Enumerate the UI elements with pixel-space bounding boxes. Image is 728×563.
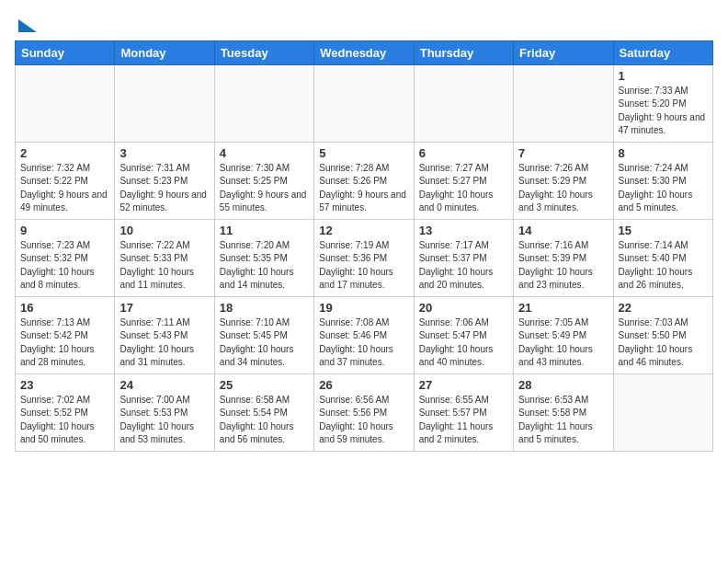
calendar-header-row: SundayMondayTuesdayWednesdayThursdayFrid… xyxy=(16,40,713,64)
week-row-2: 9Sunrise: 7:23 AMSunset: 5:32 PMDaylight… xyxy=(16,219,713,296)
day-number: 10 xyxy=(119,224,209,237)
day-info: Sunrise: 6:56 AMSunset: 5:56 PMDaylight:… xyxy=(319,394,408,447)
day-cell-26: 26Sunrise: 6:56 AMSunset: 5:56 PMDayligh… xyxy=(314,373,414,451)
week-row-3: 16Sunrise: 7:13 AMSunset: 5:42 PMDayligh… xyxy=(16,296,713,373)
day-cell-12: 12Sunrise: 7:19 AMSunset: 5:36 PMDayligh… xyxy=(314,219,414,296)
day-info: Sunrise: 7:26 AMSunset: 5:29 PMDaylight:… xyxy=(518,162,608,215)
day-cell-22: 22Sunrise: 7:03 AMSunset: 5:50 PMDayligh… xyxy=(613,296,712,373)
day-info: Sunrise: 6:58 AMSunset: 5:54 PMDaylight:… xyxy=(220,394,309,447)
empty-cell xyxy=(314,64,414,142)
day-cell-18: 18Sunrise: 7:10 AMSunset: 5:45 PMDayligh… xyxy=(214,296,313,373)
week-row-4: 23Sunrise: 7:02 AMSunset: 5:52 PMDayligh… xyxy=(16,373,713,451)
day-number: 21 xyxy=(518,301,608,315)
day-header-friday: Friday xyxy=(514,40,613,64)
day-header-tuesday: Tuesday xyxy=(214,40,313,64)
day-number: 13 xyxy=(419,224,508,237)
day-cell-19: 19Sunrise: 7:08 AMSunset: 5:46 PMDayligh… xyxy=(314,296,414,373)
day-info: Sunrise: 7:08 AMSunset: 5:46 PMDaylight:… xyxy=(319,316,408,370)
day-cell-27: 27Sunrise: 6:55 AMSunset: 5:57 PMDayligh… xyxy=(414,373,513,451)
day-info: Sunrise: 7:20 AMSunset: 5:35 PMDaylight:… xyxy=(220,239,309,293)
day-cell-28: 28Sunrise: 6:53 AMSunset: 5:58 PMDayligh… xyxy=(514,373,613,451)
week-row-1: 2Sunrise: 7:32 AMSunset: 5:22 PMDaylight… xyxy=(16,142,713,219)
day-number: 1 xyxy=(619,69,708,83)
day-header-wednesday: Wednesday xyxy=(314,40,414,64)
day-number: 15 xyxy=(619,224,708,237)
day-number: 3 xyxy=(119,146,209,160)
empty-cell xyxy=(514,64,613,142)
day-info: Sunrise: 7:00 AMSunset: 5:53 PMDaylight:… xyxy=(119,394,209,447)
day-cell-15: 15Sunrise: 7:14 AMSunset: 5:40 PMDayligh… xyxy=(613,219,712,296)
day-number: 11 xyxy=(220,224,309,237)
day-info: Sunrise: 7:17 AMSunset: 5:37 PMDaylight:… xyxy=(419,239,508,293)
day-number: 25 xyxy=(220,378,309,392)
day-info: Sunrise: 7:05 AMSunset: 5:49 PMDaylight:… xyxy=(518,316,608,370)
day-number: 2 xyxy=(20,146,109,160)
calendar-table: SundayMondayTuesdayWednesdayThursdayFrid… xyxy=(15,40,713,452)
day-info: Sunrise: 7:10 AMSunset: 5:45 PMDaylight:… xyxy=(220,316,309,370)
day-cell-25: 25Sunrise: 6:58 AMSunset: 5:54 PMDayligh… xyxy=(214,373,313,451)
day-number: 17 xyxy=(119,301,209,315)
day-cell-3: 3Sunrise: 7:31 AMSunset: 5:23 PMDaylight… xyxy=(115,142,214,219)
day-info: Sunrise: 7:06 AMSunset: 5:47 PMDaylight:… xyxy=(419,316,508,370)
day-cell-2: 2Sunrise: 7:32 AMSunset: 5:22 PMDaylight… xyxy=(16,142,115,219)
day-number: 19 xyxy=(319,301,408,315)
day-header-monday: Monday xyxy=(115,40,214,64)
day-info: Sunrise: 6:55 AMSunset: 5:57 PMDaylight:… xyxy=(419,394,508,447)
day-info: Sunrise: 7:31 AMSunset: 5:23 PMDaylight:… xyxy=(119,162,209,215)
logo xyxy=(15,15,37,33)
day-cell-20: 20Sunrise: 7:06 AMSunset: 5:47 PMDayligh… xyxy=(414,296,513,373)
day-cell-16: 16Sunrise: 7:13 AMSunset: 5:42 PMDayligh… xyxy=(16,296,115,373)
day-number: 5 xyxy=(319,146,408,160)
day-cell-7: 7Sunrise: 7:26 AMSunset: 5:29 PMDaylight… xyxy=(514,142,613,219)
day-info: Sunrise: 7:33 AMSunset: 5:20 PMDaylight:… xyxy=(619,85,708,138)
day-number: 14 xyxy=(518,224,608,237)
day-cell-10: 10Sunrise: 7:22 AMSunset: 5:33 PMDayligh… xyxy=(115,219,214,296)
day-number: 23 xyxy=(20,378,109,392)
day-number: 20 xyxy=(419,301,508,315)
day-number: 12 xyxy=(319,224,408,237)
day-cell-6: 6Sunrise: 7:27 AMSunset: 5:27 PMDaylight… xyxy=(414,142,513,219)
day-info: Sunrise: 7:11 AMSunset: 5:43 PMDaylight:… xyxy=(119,316,209,370)
day-cell-8: 8Sunrise: 7:24 AMSunset: 5:30 PMDaylight… xyxy=(613,142,712,219)
day-cell-5: 5Sunrise: 7:28 AMSunset: 5:26 PMDaylight… xyxy=(314,142,414,219)
day-info: Sunrise: 7:02 AMSunset: 5:52 PMDaylight:… xyxy=(20,394,109,447)
day-cell-14: 14Sunrise: 7:16 AMSunset: 5:39 PMDayligh… xyxy=(514,219,613,296)
day-cell-24: 24Sunrise: 7:00 AMSunset: 5:53 PMDayligh… xyxy=(115,373,214,451)
day-header-saturday: Saturday xyxy=(613,40,712,64)
page-header xyxy=(15,15,713,33)
day-info: Sunrise: 7:32 AMSunset: 5:22 PMDaylight:… xyxy=(20,162,109,215)
day-number: 27 xyxy=(419,378,508,392)
day-number: 16 xyxy=(20,301,109,315)
day-number: 8 xyxy=(619,146,708,160)
day-number: 24 xyxy=(119,378,209,392)
day-header-thursday: Thursday xyxy=(414,40,513,64)
day-number: 7 xyxy=(518,146,608,160)
empty-cell xyxy=(115,64,214,142)
day-number: 18 xyxy=(220,301,309,315)
day-number: 28 xyxy=(518,378,608,392)
day-number: 6 xyxy=(419,146,508,160)
day-info: Sunrise: 7:13 AMSunset: 5:42 PMDaylight:… xyxy=(20,316,109,370)
day-info: Sunrise: 7:27 AMSunset: 5:27 PMDaylight:… xyxy=(419,162,508,215)
day-cell-9: 9Sunrise: 7:23 AMSunset: 5:32 PMDaylight… xyxy=(16,219,115,296)
day-number: 9 xyxy=(20,224,109,237)
day-header-sunday: Sunday xyxy=(16,40,115,64)
empty-cell xyxy=(16,64,115,142)
day-number: 26 xyxy=(319,378,408,392)
day-info: Sunrise: 7:28 AMSunset: 5:26 PMDaylight:… xyxy=(319,162,408,215)
day-info: Sunrise: 7:22 AMSunset: 5:33 PMDaylight:… xyxy=(119,239,209,293)
day-info: Sunrise: 7:03 AMSunset: 5:50 PMDaylight:… xyxy=(619,316,708,370)
day-info: Sunrise: 7:30 AMSunset: 5:25 PMDaylight:… xyxy=(220,162,309,215)
day-info: Sunrise: 6:53 AMSunset: 5:58 PMDaylight:… xyxy=(518,394,608,447)
logo-arrow-icon xyxy=(18,19,37,32)
empty-cell xyxy=(414,64,513,142)
day-cell-1: 1Sunrise: 7:33 AMSunset: 5:20 PMDaylight… xyxy=(613,64,712,142)
day-info: Sunrise: 7:14 AMSunset: 5:40 PMDaylight:… xyxy=(619,239,708,293)
day-cell-4: 4Sunrise: 7:30 AMSunset: 5:25 PMDaylight… xyxy=(214,142,313,219)
day-cell-11: 11Sunrise: 7:20 AMSunset: 5:35 PMDayligh… xyxy=(214,219,313,296)
day-cell-13: 13Sunrise: 7:17 AMSunset: 5:37 PMDayligh… xyxy=(414,219,513,296)
day-cell-23: 23Sunrise: 7:02 AMSunset: 5:52 PMDayligh… xyxy=(16,373,115,451)
day-info: Sunrise: 7:19 AMSunset: 5:36 PMDaylight:… xyxy=(319,239,408,293)
empty-cell xyxy=(214,64,313,142)
day-number: 4 xyxy=(220,146,309,160)
